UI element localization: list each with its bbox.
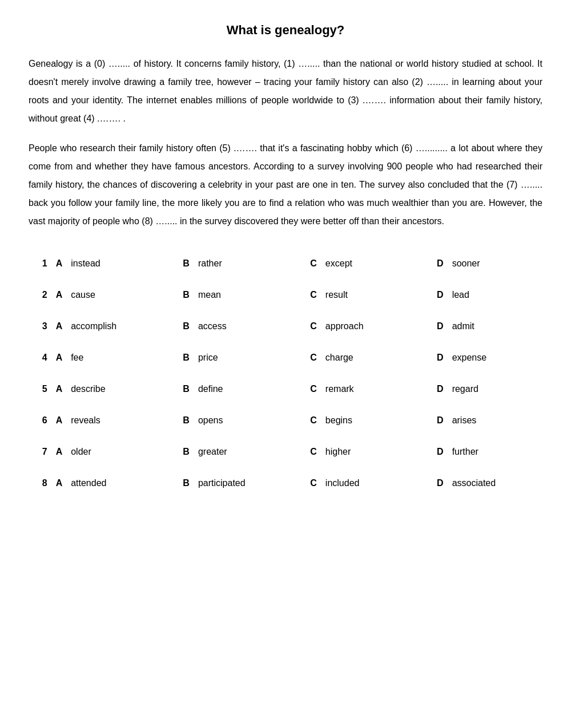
option-word: cause xyxy=(67,279,161,310)
option-word: except xyxy=(322,248,416,279)
option-word: rather xyxy=(195,248,289,279)
answer-number: 6 xyxy=(29,405,51,436)
spacer xyxy=(415,436,432,467)
spacer xyxy=(415,373,432,405)
spacer xyxy=(289,405,305,436)
option-letter: D xyxy=(432,310,449,342)
option-word: sooner xyxy=(449,248,542,279)
spacer xyxy=(162,436,178,467)
option-word: result xyxy=(322,279,416,310)
option-letter: D xyxy=(432,342,449,373)
spacer xyxy=(289,373,305,405)
option-word: define xyxy=(195,373,289,405)
option-letter: B xyxy=(178,436,195,467)
spacer xyxy=(162,342,178,373)
option-letter: A xyxy=(51,310,68,342)
option-word: access xyxy=(195,310,289,342)
spacer xyxy=(162,405,178,436)
option-word: participated xyxy=(195,467,289,499)
spacer xyxy=(162,248,178,279)
option-letter: C xyxy=(305,248,322,279)
option-letter: A xyxy=(51,342,68,373)
option-letter: B xyxy=(178,467,195,499)
option-letter: A xyxy=(51,373,68,405)
option-letter: C xyxy=(305,342,322,373)
option-letter: C xyxy=(305,373,322,405)
spacer xyxy=(289,467,305,499)
spacer xyxy=(289,342,305,373)
option-word: reveals xyxy=(67,405,161,436)
spacer xyxy=(289,436,305,467)
option-letter: C xyxy=(305,436,322,467)
paragraph-2: People who research their family history… xyxy=(29,139,542,230)
option-letter: C xyxy=(305,405,322,436)
spacer xyxy=(162,467,178,499)
option-word: associated xyxy=(449,467,542,499)
option-word: fee xyxy=(67,342,161,373)
answer-number: 5 xyxy=(29,373,51,405)
answer-row: 2AcauseBmeanCresultDlead xyxy=(29,279,542,310)
answer-row: 8AattendedBparticipatedCincludedDassocia… xyxy=(29,467,542,499)
spacer xyxy=(415,248,432,279)
answer-number: 2 xyxy=(29,279,51,310)
spacer xyxy=(289,248,305,279)
option-letter: B xyxy=(178,248,195,279)
option-letter: C xyxy=(305,310,322,342)
option-word: lead xyxy=(449,279,542,310)
option-word: admit xyxy=(449,310,542,342)
spacer xyxy=(289,310,305,342)
answer-number: 3 xyxy=(29,310,51,342)
spacer xyxy=(162,279,178,310)
spacer xyxy=(415,279,432,310)
option-letter: A xyxy=(51,436,68,467)
answer-number: 7 xyxy=(29,436,51,467)
option-letter: B xyxy=(178,279,195,310)
option-word: included xyxy=(322,467,416,499)
option-word: arises xyxy=(449,405,542,436)
option-letter: B xyxy=(178,310,195,342)
option-word: higher xyxy=(322,436,416,467)
option-letter: A xyxy=(51,248,68,279)
option-letter: A xyxy=(51,467,68,499)
spacer xyxy=(415,310,432,342)
option-letter: B xyxy=(178,405,195,436)
answer-row: 1AinsteadBratherCexceptDsooner xyxy=(29,248,542,279)
spacer xyxy=(162,310,178,342)
answer-number: 4 xyxy=(29,342,51,373)
option-word: describe xyxy=(67,373,161,405)
answers-table: 1AinsteadBratherCexceptDsooner2AcauseBme… xyxy=(29,248,542,499)
page-title: What is genealogy? xyxy=(29,23,542,38)
paragraph-1: Genealogy is a (0) …..... of history. It… xyxy=(29,55,542,128)
option-letter: D xyxy=(432,436,449,467)
option-letter: D xyxy=(432,248,449,279)
option-letter: B xyxy=(178,342,195,373)
answer-row: 3AaccomplishBaccessCapproachDadmit xyxy=(29,310,542,342)
spacer xyxy=(415,405,432,436)
option-word: further xyxy=(449,436,542,467)
option-letter: B xyxy=(178,373,195,405)
option-letter: D xyxy=(432,405,449,436)
option-word: regard xyxy=(449,373,542,405)
option-word: attended xyxy=(67,467,161,499)
answer-row: 6ArevealsBopensCbeginsDarises xyxy=(29,405,542,436)
answer-number: 8 xyxy=(29,467,51,499)
option-letter: D xyxy=(432,279,449,310)
option-word: opens xyxy=(195,405,289,436)
spacer xyxy=(289,279,305,310)
answer-row: 4AfeeBpriceCchargeDexpense xyxy=(29,342,542,373)
option-word: expense xyxy=(449,342,542,373)
passage: Genealogy is a (0) …..... of history. It… xyxy=(29,55,542,230)
option-letter: D xyxy=(432,373,449,405)
option-letter: A xyxy=(51,405,68,436)
option-letter: C xyxy=(305,279,322,310)
option-word: remark xyxy=(322,373,416,405)
option-letter: C xyxy=(305,467,322,499)
answer-number: 1 xyxy=(29,248,51,279)
spacer xyxy=(415,467,432,499)
spacer xyxy=(162,373,178,405)
option-letter: D xyxy=(432,467,449,499)
spacer xyxy=(415,342,432,373)
option-word: approach xyxy=(322,310,416,342)
option-word: greater xyxy=(195,436,289,467)
option-word: charge xyxy=(322,342,416,373)
